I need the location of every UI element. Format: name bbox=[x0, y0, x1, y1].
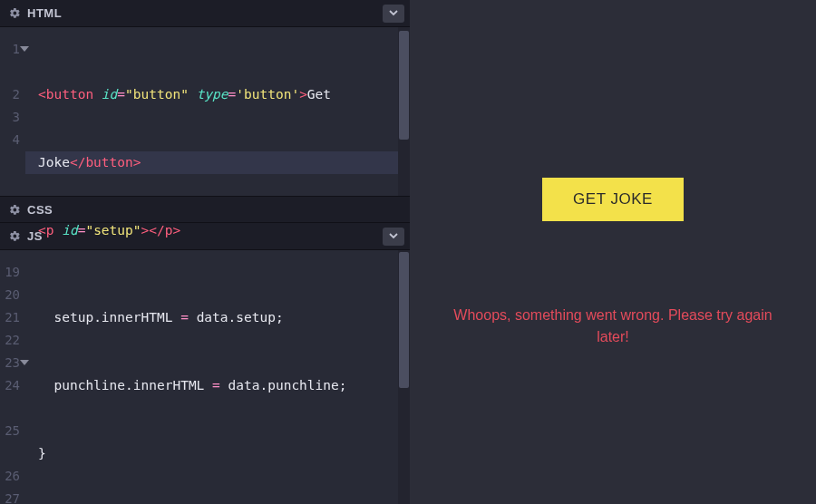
js-editor[interactable]: 19 20 21 22 23 24 25 26 27 setup.innerHT bbox=[0, 250, 410, 504]
html-code[interactable]: <button id="button" type='button'>Get Jo… bbox=[25, 27, 410, 196]
html-panel-title: HTML bbox=[27, 6, 62, 20]
scrollbar-thumb[interactable] bbox=[399, 252, 409, 388]
chevron-down-icon bbox=[389, 10, 398, 16]
preview-pane: GET JOKE Whoops, something went wrong. P… bbox=[410, 0, 816, 504]
gear-icon[interactable] bbox=[9, 230, 21, 242]
scrollbar[interactable] bbox=[398, 27, 410, 196]
collapse-button[interactable] bbox=[383, 5, 404, 23]
get-joke-button[interactable]: GET JOKE bbox=[542, 178, 684, 221]
scrollbar-thumb[interactable] bbox=[399, 31, 409, 140]
scrollbar[interactable] bbox=[398, 250, 410, 504]
html-editor[interactable]: 1 2 3 4 <button id="button" type='button… bbox=[0, 27, 410, 196]
html-gutter: 1 2 3 4 bbox=[0, 27, 25, 196]
fold-icon[interactable]: 1 bbox=[0, 38, 20, 61]
gear-icon[interactable] bbox=[9, 7, 21, 19]
fold-icon[interactable]: 23 bbox=[0, 352, 20, 374]
codepen-like-editor: HTML 1 2 3 4 <button id="butt bbox=[0, 0, 816, 504]
editors-column: HTML 1 2 3 4 <button id="butt bbox=[0, 0, 410, 504]
js-panel: JS 19 20 21 22 23 24 25 bbox=[0, 223, 410, 504]
js-code[interactable]: setup.innerHTML = data.setup; punchline.… bbox=[25, 250, 410, 504]
js-gutter: 19 20 21 22 23 24 25 26 27 bbox=[0, 250, 25, 504]
gear-icon[interactable] bbox=[9, 204, 21, 216]
html-panel: HTML 1 2 3 4 <button id="butt bbox=[0, 0, 410, 196]
html-panel-header[interactable]: HTML bbox=[0, 0, 410, 27]
